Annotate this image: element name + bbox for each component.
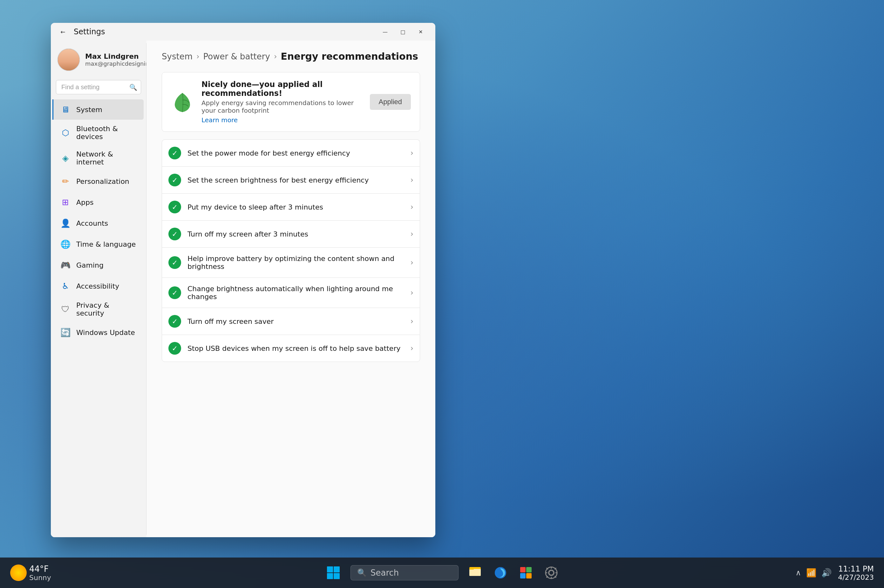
check-icon-1: ✓ xyxy=(168,174,181,186)
sidebar-item-accounts[interactable]: 👤 Accounts xyxy=(53,213,144,233)
close-button[interactable]: ✕ xyxy=(412,26,429,38)
rec-item-6[interactable]: ✓ Turn off my screen saver › xyxy=(162,308,420,334)
taskbar-search[interactable]: 🔍 Search xyxy=(350,565,459,580)
sidebar-item-bluetooth[interactable]: ⬡ Bluetooth & devices xyxy=(53,120,144,145)
window-title: Settings xyxy=(74,27,105,36)
rec-text-4: Help improve battery by optimizing the c… xyxy=(188,255,404,270)
chevron-icon-2: › xyxy=(410,202,413,212)
windows-logo-icon xyxy=(326,565,341,580)
rec-text-5: Change brightness automatically when lig… xyxy=(188,285,404,301)
avatar xyxy=(57,48,80,71)
check-icon-7: ✓ xyxy=(168,342,181,355)
explorer-icon xyxy=(468,566,482,580)
edge-icon xyxy=(493,566,507,580)
rec-text-3: Turn off my screen after 3 minutes xyxy=(188,230,404,238)
bluetooth-icon: ⬡ xyxy=(60,127,71,138)
sidebar-label-privacy: Privacy & security xyxy=(76,301,137,317)
user-info: Max Lindgren max@graphicdesigninstitute.… xyxy=(85,52,146,67)
weather-widget: 44°F Sunny xyxy=(10,564,51,582)
sidebar-label-windows-update: Windows Update xyxy=(76,328,135,336)
sidebar-item-accessibility[interactable]: ♿ Accessibility xyxy=(53,276,144,296)
taskbar: 44°F Sunny 🔍 Search xyxy=(0,558,884,588)
banner-text: Nicely done—you applied all recommendati… xyxy=(201,80,362,124)
user-email: max@graphicdesigninstitute.com xyxy=(85,60,146,67)
sidebar-item-network[interactable]: ◈ Network & internet xyxy=(53,146,144,171)
svg-point-12 xyxy=(549,570,554,575)
rec-item-4[interactable]: ✓ Help improve battery by optimizing the… xyxy=(162,248,420,278)
rec-text-7: Stop USB devices when my screen is off t… xyxy=(188,345,404,352)
weather-text: 44°F Sunny xyxy=(29,564,51,582)
sidebar: Max Lindgren max@graphicdesigninstitute.… xyxy=(51,40,146,537)
taskbar-app-store[interactable] xyxy=(517,564,535,582)
taskbar-app-settings[interactable] xyxy=(543,564,560,582)
accessibility-icon: ♿ xyxy=(60,280,71,292)
gaming-icon: 🎮 xyxy=(60,260,71,271)
content-area: System › Power & battery › Energy recomm… xyxy=(146,40,435,537)
sidebar-item-apps[interactable]: ⊞ Apps xyxy=(53,192,144,212)
back-button[interactable]: ← xyxy=(57,26,69,38)
taskbar-search-icon: 🔍 xyxy=(357,568,367,577)
breadcrumb-system[interactable]: System xyxy=(162,52,192,61)
settings-app-icon xyxy=(544,566,558,580)
svg-rect-11 xyxy=(526,573,532,579)
rec-item-5[interactable]: ✓ Change brightness automatically when l… xyxy=(162,278,420,308)
sidebar-label-bluetooth: Bluetooth & devices xyxy=(76,125,137,141)
rec-item-0[interactable]: ✓ Set the power mode for best energy eff… xyxy=(162,140,420,166)
learn-more-link[interactable]: Learn more xyxy=(201,116,238,124)
taskbar-app-explorer[interactable] xyxy=(466,564,484,582)
search-icon: 🔍 xyxy=(129,84,137,91)
title-bar-left: ← Settings xyxy=(57,26,105,38)
weather-icon xyxy=(10,564,27,581)
sidebar-label-time: Time & language xyxy=(76,240,136,248)
rec-item-3[interactable]: ✓ Turn off my screen after 3 minutes › xyxy=(162,220,420,248)
breadcrumb-current: Energy recommendations xyxy=(281,51,418,62)
applied-button[interactable]: Applied xyxy=(370,94,411,110)
user-name: Max Lindgren xyxy=(85,52,146,60)
rec-item-7[interactable]: ✓ Stop USB devices when my screen is off… xyxy=(162,334,420,362)
network-icon: ◈ xyxy=(60,152,71,164)
taskbar-app-edge[interactable] xyxy=(492,564,510,582)
sidebar-item-gaming[interactable]: 🎮 Gaming xyxy=(53,255,144,275)
chevron-icon-4: › xyxy=(410,258,413,267)
windows-update-icon: 🔄 xyxy=(60,327,71,338)
sidebar-item-personalization[interactable]: ✏ Personalization xyxy=(53,171,144,192)
minimize-button[interactable]: — xyxy=(377,26,393,38)
wifi-icon[interactable]: 📶 xyxy=(806,568,816,578)
taskbar-right: ∧ 📶 🔊 11:11 PM 4/27/2023 xyxy=(796,564,874,581)
sidebar-label-system: System xyxy=(76,106,102,114)
breadcrumb-power[interactable]: Power & battery xyxy=(203,52,270,61)
apps-icon: ⊞ xyxy=(60,196,71,208)
clock[interactable]: 11:11 PM 4/27/2023 xyxy=(838,564,874,581)
sidebar-item-system[interactable]: 🖥 System xyxy=(53,99,144,120)
weather-condition: Sunny xyxy=(29,574,51,582)
banner-title: Nicely done—you applied all recommendati… xyxy=(201,80,362,98)
user-profile: Max Lindgren max@graphicdesigninstitute.… xyxy=(51,45,146,78)
banner-subtitle: Apply energy saving recommendations to l… xyxy=(201,99,362,114)
svg-rect-1 xyxy=(334,566,340,573)
chevron-up-icon[interactable]: ∧ xyxy=(796,568,801,577)
clock-date: 4/27/2023 xyxy=(838,573,874,581)
volume-icon[interactable]: 🔊 xyxy=(821,568,831,578)
rec-text-6: Turn off my screen saver xyxy=(188,318,404,326)
sidebar-item-privacy[interactable]: 🛡 Privacy & security xyxy=(53,297,144,322)
window-controls: — □ ✕ xyxy=(377,26,429,38)
svg-rect-3 xyxy=(334,573,340,579)
settings-window: ← Settings — □ ✕ Max Lindgren xyxy=(51,23,435,537)
rec-item-2[interactable]: ✓ Put my device to sleep after 3 minutes… xyxy=(162,194,420,220)
privacy-icon: 🛡 xyxy=(60,303,71,315)
rec-text-0: Set the power mode for best energy effic… xyxy=(188,149,404,157)
sidebar-label-gaming: Gaming xyxy=(76,261,104,269)
svg-rect-10 xyxy=(520,573,526,579)
maximize-button[interactable]: □ xyxy=(395,26,411,38)
start-button[interactable] xyxy=(324,563,343,582)
sidebar-item-windows-update[interactable]: 🔄 Windows Update xyxy=(53,322,144,343)
title-bar: ← Settings — □ ✕ xyxy=(51,23,435,40)
accounts-icon: 👤 xyxy=(60,218,71,229)
chevron-icon-3: › xyxy=(410,230,413,238)
search-input[interactable] xyxy=(56,80,141,94)
taskbar-left: 44°F Sunny xyxy=(10,564,51,582)
check-icon-3: ✓ xyxy=(168,228,181,240)
rec-item-1[interactable]: ✓ Set the screen brightness for best ene… xyxy=(162,166,420,194)
breadcrumb: System › Power & battery › Energy recomm… xyxy=(162,51,420,62)
sidebar-item-time[interactable]: 🌐 Time & language xyxy=(53,234,144,254)
